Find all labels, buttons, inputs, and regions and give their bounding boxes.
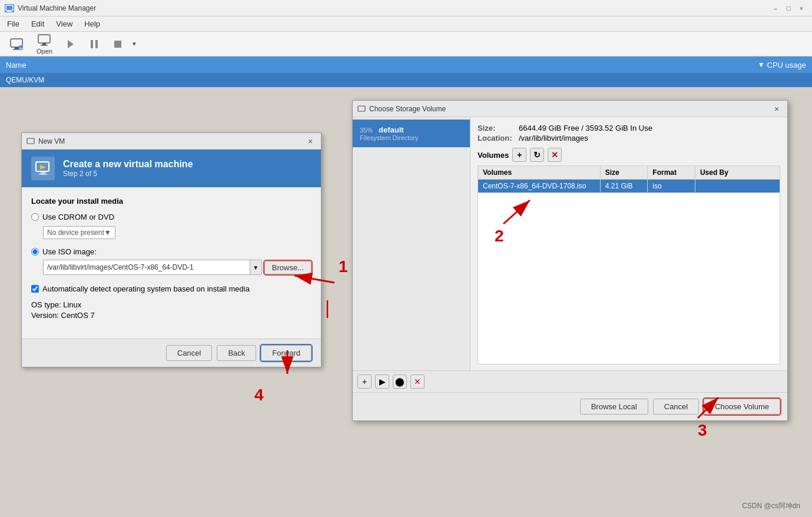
bottom-delete-btn[interactable]: ✕	[410, 375, 425, 389]
iso-radio-label[interactable]: Use ISO image:	[42, 247, 97, 256]
volumes-table-header: Volumes Size Format Used By	[478, 166, 780, 180]
iso-path-row: /var/lib/libvirt/images/CentOS-7-x86_64-…	[43, 260, 311, 275]
vol-used-by	[695, 180, 780, 193]
iso-path-field: /var/lib/libvirt/images/CentOS-7-x86_64-…	[43, 260, 262, 275]
storage-cancel-button[interactable]: Cancel	[653, 399, 699, 415]
vm-header-text: Create a new virtual machine Step 2 of 5	[63, 159, 193, 178]
storage-title-text: Choose Storage Volume	[357, 105, 446, 113]
toolbar-dropdown-arrow[interactable]: ▼	[131, 41, 137, 47]
auto-detect-row: Automatically detect operating system ba…	[31, 284, 311, 293]
auto-detect-checkbox[interactable]	[31, 285, 39, 293]
device-dropdown[interactable]: No device present ▼	[43, 226, 115, 239]
vm-dialog-title: Create a new virtual machine	[63, 159, 193, 170]
auto-detect-label[interactable]: Automatically detect operating system ba…	[42, 284, 250, 293]
cdrom-radio[interactable]	[31, 213, 39, 221]
size-value: 6644.49 GiB Free / 3593.52 GiB In Use	[519, 123, 656, 133]
add-volume-button[interactable]: +	[512, 148, 526, 162]
title-bar: Virtual Machine Manager – □ ×	[0, 0, 812, 16]
browse-button[interactable]: Browse...	[264, 261, 311, 274]
svg-rect-14	[114, 41, 121, 48]
os-type-row: OS type: Linux	[31, 300, 311, 309]
storage-right-panel: Size: 6644.49 GiB Free / 3593.52 GiB In …	[470, 117, 787, 370]
choose-volume-button[interactable]: Choose Volume	[704, 399, 780, 415]
size-label: Size:	[478, 123, 519, 133]
iso-radio[interactable]	[31, 248, 39, 256]
vm-dialog-body: Locate your install media Use CDROM or D…	[22, 187, 321, 339]
storage-dialog-title: Choose Storage Volume	[369, 105, 446, 113]
vol-size: 4.21 GiB	[601, 180, 648, 193]
pool-percent: 35%	[360, 127, 373, 134]
forward-button[interactable]: Forward	[261, 345, 311, 361]
back-button[interactable]: Back	[217, 345, 256, 361]
menu-edit[interactable]: Edit	[26, 18, 49, 29]
os-type-value: Linux	[63, 300, 81, 309]
svg-marker-19	[40, 165, 46, 170]
iso-path-dropdown[interactable]: ▼	[250, 260, 261, 274]
app-title: Virtual Machine Manager	[18, 4, 96, 12]
storage-meta: Size: 6644.49 GiB Free / 3593.52 GiB In …	[478, 123, 780, 143]
refresh-volumes-button[interactable]: ↻	[530, 148, 544, 162]
bottom-stop-btn[interactable]: ⬤	[393, 375, 407, 389]
os-version-row: Version: CentOS 7	[31, 311, 311, 320]
menu-file[interactable]: File	[2, 18, 24, 29]
svg-rect-17	[41, 171, 45, 174]
svg-marker-11	[68, 40, 74, 48]
open-label: Open	[37, 48, 52, 55]
delete-volume-button[interactable]: ✕	[548, 148, 562, 162]
new-vm-title-text: New VM	[38, 137, 65, 145]
minimize-button[interactable]: –	[770, 2, 781, 14]
title-bar-left: Virtual Machine Manager	[5, 4, 96, 12]
close-window-button[interactable]: ×	[796, 2, 807, 14]
stop-toolbar-btn[interactable]	[108, 37, 128, 51]
svg-rect-2	[7, 11, 12, 12]
vm-header: Create a new virtual machine Step 2 of 5	[22, 150, 321, 187]
svg-rect-0	[6, 5, 13, 11]
maximize-button[interactable]: □	[783, 2, 794, 14]
name-bar-right: ▼ CPU usage	[758, 61, 806, 69]
open-vm-toolbar-btn[interactable]: Open	[32, 32, 57, 57]
os-info: OS type: Linux Version: CentOS 7	[31, 300, 311, 320]
qemu-kvm-label: QEMU/KVM	[6, 76, 44, 84]
svg-rect-12	[91, 40, 93, 48]
browse-local-button[interactable]: Browse Local	[580, 399, 648, 415]
cdrom-radio-label[interactable]: Use CDROM or DVD	[42, 213, 114, 221]
create-vm-toolbar-btn[interactable]: +	[5, 36, 28, 52]
svg-rect-8	[38, 35, 50, 43]
cpu-column-header: CPU usage	[767, 61, 806, 69]
svg-rect-9	[42, 43, 46, 45]
storage-footer: Browse Local Cancel Choose Volume	[353, 392, 787, 420]
play-toolbar-btn[interactable]	[61, 37, 81, 51]
storage-dialog: Choose Storage Volume × 35% default File…	[352, 100, 788, 421]
cpu-dropdown-icon[interactable]: ▼	[758, 61, 765, 69]
volumes-table-body: CentOS-7-x86_64-DVD-1708.iso 4.21 GiB is…	[478, 180, 780, 193]
os-type-label: OS type:	[31, 300, 61, 309]
menu-view[interactable]: View	[51, 18, 77, 29]
device-dropdown-text: No device present	[47, 228, 104, 237]
vol-name: CentOS-7-x86_64-DVD-1708.iso	[478, 180, 601, 193]
bottom-add-btn[interactable]: +	[357, 375, 372, 389]
svg-rect-18	[39, 174, 47, 175]
cancel-button[interactable]: Cancel	[166, 345, 212, 361]
device-select-row: No device present ▼	[43, 226, 311, 239]
iso-path-text: /var/lib/libvirt/images/CentOS-7-x86_64-…	[44, 263, 250, 271]
vm-dialog-step: Step 2 of 5	[63, 170, 193, 178]
bottom-play-btn[interactable]: ▶	[375, 375, 389, 389]
default-pool-item[interactable]: 35% default Filesystem Directory	[353, 120, 470, 148]
window-controls[interactable]: – □ ×	[770, 2, 807, 14]
menu-help[interactable]: Help	[79, 18, 105, 29]
vol-format: iso	[648, 180, 695, 193]
storage-close-button[interactable]: ×	[771, 103, 783, 115]
volume-row-centos[interactable]: CentOS-7-x86_64-DVD-1708.iso 4.21 GiB is…	[478, 180, 780, 193]
svg-rect-20	[358, 106, 365, 111]
pool-type: Filesystem Directory	[360, 134, 463, 141]
pause-toolbar-btn[interactable]	[84, 37, 104, 51]
pool-name: default	[379, 125, 404, 134]
storage-bottom-toolbar: + ▶ ⬤ ✕	[353, 370, 787, 392]
svg-text:+: +	[19, 46, 22, 51]
new-vm-dialog: New VM × Create a new virtual machine St…	[21, 132, 322, 367]
col-header-volumes: Volumes	[478, 166, 601, 179]
vm-header-icon	[31, 157, 55, 180]
volumes-label: Volumes	[478, 151, 509, 160]
new-vm-close-button[interactable]: ×	[304, 135, 316, 147]
volumes-header: Volumes + ↻ ✕	[478, 148, 780, 162]
